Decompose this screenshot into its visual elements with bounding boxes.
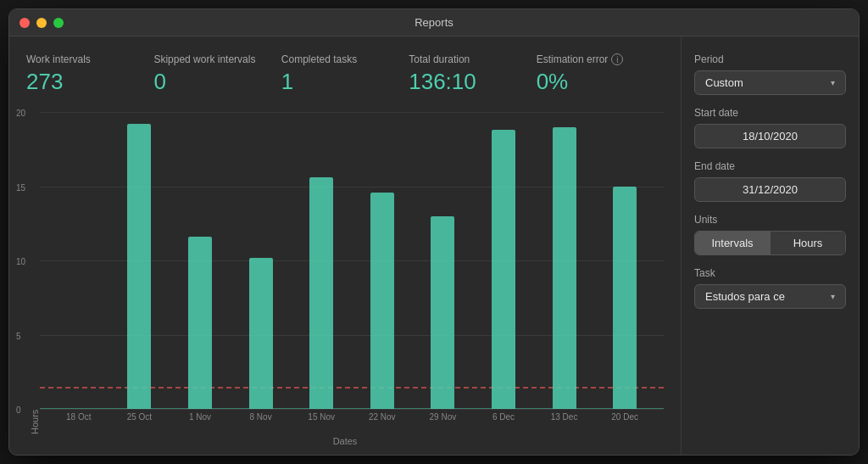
end-date-section: End date 31/12/2020 bbox=[694, 160, 846, 202]
start-date-section: Start date 18/10/2020 bbox=[694, 107, 846, 148]
bar-group bbox=[534, 112, 595, 409]
traffic-lights bbox=[19, 18, 64, 28]
stat-error-label: Estimation error i bbox=[537, 53, 624, 65]
y-tick-label: 20 bbox=[16, 109, 25, 118]
stat-total-duration: Total duration 136:10 bbox=[409, 53, 536, 95]
bar-1 bbox=[127, 124, 151, 409]
x-tick-label: 29 Nov bbox=[430, 412, 457, 422]
bar-2 bbox=[188, 237, 212, 409]
task-dropdown[interactable]: Estudos para ce ▾ bbox=[694, 284, 846, 309]
x-label-group: 18 Oct bbox=[48, 412, 109, 422]
minimize-button[interactable] bbox=[36, 18, 47, 28]
start-date-label: Start date bbox=[694, 107, 846, 119]
stat-work-intervals-value: 273 bbox=[26, 69, 63, 95]
bar-group bbox=[231, 112, 292, 409]
x-tick-label: 18 Oct bbox=[66, 412, 91, 422]
chart-container: Hours 0 5 10 15 20 bbox=[26, 112, 664, 434]
stat-work-intervals: Work intervals 273 bbox=[26, 53, 153, 95]
x-axis: 18 Oct 25 Oct 1 Nov 8 Nov 15 Nov 22 Nov … bbox=[40, 409, 664, 434]
y-tick-label: 0 bbox=[16, 405, 21, 415]
bar-8 bbox=[553, 127, 576, 410]
bar-7 bbox=[492, 130, 515, 409]
bar-5 bbox=[370, 193, 394, 410]
x-tick-label: 8 Nov bbox=[250, 412, 272, 422]
sidebar: Period Custom ▾ Start date 18/10/2020 En… bbox=[681, 36, 859, 455]
content-area: Work intervals 273 Skipped work interval… bbox=[9, 36, 859, 455]
chart-inner: 0 5 10 15 20 18 Oct bbox=[40, 112, 664, 434]
x-tick-label: 13 Dec bbox=[551, 412, 578, 422]
x-tick-label: 6 Dec bbox=[492, 412, 515, 422]
task-value: Estudos para ce bbox=[705, 290, 785, 303]
close-button[interactable] bbox=[19, 18, 30, 28]
stat-error-value: 0% bbox=[537, 69, 569, 95]
x-label-group: 1 Nov bbox=[170, 412, 231, 422]
period-dropdown[interactable]: Custom ▾ bbox=[694, 70, 846, 95]
bar-4 bbox=[309, 177, 333, 409]
maximize-button[interactable] bbox=[53, 18, 64, 28]
bar-group bbox=[352, 112, 413, 409]
period-label: Period bbox=[694, 53, 846, 65]
start-date-input[interactable]: 18/10/2020 bbox=[694, 124, 846, 148]
hours-button[interactable]: Hours bbox=[771, 232, 845, 254]
units-label: Units bbox=[694, 214, 846, 226]
x-label-group: 22 Nov bbox=[352, 412, 413, 422]
y-tick-label: 15 bbox=[16, 182, 25, 192]
main-area: Work intervals 273 Skipped work interval… bbox=[9, 36, 681, 455]
x-tick-label: 15 Nov bbox=[308, 412, 335, 422]
titlebar: Reports bbox=[9, 9, 859, 36]
bar-9 bbox=[613, 187, 637, 410]
bar-group bbox=[291, 112, 352, 409]
x-tick-label: 1 Nov bbox=[189, 412, 211, 422]
x-label-group: 15 Nov bbox=[291, 412, 352, 422]
task-section: Task Estudos para ce ▾ bbox=[694, 267, 846, 309]
chevron-down-icon: ▾ bbox=[831, 78, 835, 87]
stat-skipped-intervals: Skipped work intervals 0 bbox=[153, 53, 281, 95]
y-tick-label: 5 bbox=[16, 331, 21, 340]
x-label-group: 29 Nov bbox=[413, 412, 474, 422]
x-label-group: 6 Dec bbox=[473, 412, 534, 422]
units-toggle: Intervals Hours bbox=[694, 231, 846, 255]
bar-group bbox=[48, 112, 109, 409]
bar-3 bbox=[249, 258, 273, 410]
end-date-label: End date bbox=[694, 160, 846, 172]
chart-area: Hours 0 5 10 15 20 bbox=[26, 112, 664, 446]
x-tick-label: 25 Oct bbox=[127, 412, 152, 422]
x-tick-label: 22 Nov bbox=[369, 412, 396, 422]
info-icon[interactable]: i bbox=[611, 53, 623, 65]
bar-group bbox=[109, 112, 170, 409]
chevron-down-icon: ▾ bbox=[831, 292, 835, 301]
stat-completed-label: Completed tasks bbox=[281, 53, 357, 65]
stats-row: Work intervals 273 Skipped work interval… bbox=[26, 53, 664, 95]
x-tick-label: 20 Dec bbox=[611, 412, 638, 422]
stat-skipped-value: 0 bbox=[153, 69, 165, 95]
period-section: Period Custom ▾ bbox=[694, 53, 846, 95]
window-title: Reports bbox=[415, 16, 453, 29]
bar-group bbox=[413, 112, 474, 409]
x-label-group: 8 Nov bbox=[231, 412, 292, 422]
stat-work-intervals-label: Work intervals bbox=[26, 53, 91, 65]
end-date-input[interactable]: 31/12/2020 bbox=[694, 177, 846, 202]
x-axis-title: Dates bbox=[26, 436, 664, 446]
stat-completed-tasks: Completed tasks 1 bbox=[281, 53, 409, 95]
stat-completed-value: 1 bbox=[281, 69, 293, 95]
task-label: Task bbox=[694, 267, 846, 279]
y-axis-label: Hours bbox=[26, 112, 40, 434]
stat-duration-value: 136:10 bbox=[409, 69, 476, 95]
intervals-button[interactable]: Intervals bbox=[695, 232, 770, 254]
period-value: Custom bbox=[705, 76, 743, 89]
bars-area bbox=[40, 112, 664, 409]
x-label-group: 25 Oct bbox=[109, 412, 170, 422]
bar-group bbox=[473, 112, 534, 409]
main-window: Reports Work intervals 273 Skipped work … bbox=[8, 8, 860, 456]
bar-6 bbox=[431, 216, 454, 410]
x-label-group: 13 Dec bbox=[534, 412, 595, 422]
stat-duration-label: Total duration bbox=[409, 53, 470, 65]
bar-group bbox=[170, 112, 231, 409]
stat-skipped-label: Skipped work intervals bbox=[153, 53, 255, 65]
x-label-group: 20 Dec bbox=[594, 412, 655, 422]
y-tick-label: 10 bbox=[16, 257, 25, 266]
stat-estimation-error: Estimation error i 0% bbox=[537, 53, 664, 95]
units-section: Units Intervals Hours bbox=[694, 214, 846, 255]
bar-group bbox=[594, 112, 655, 409]
